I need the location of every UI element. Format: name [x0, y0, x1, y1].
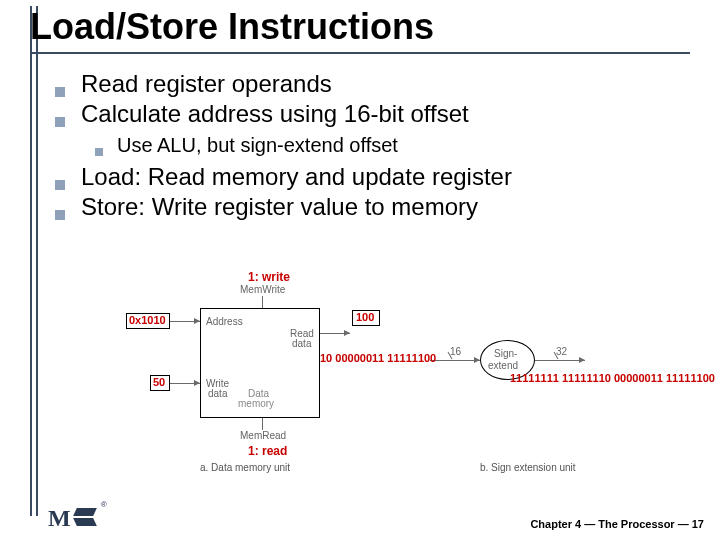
- arrow-icon: [474, 357, 480, 363]
- bullet-text: Load: Read memory and update register: [81, 163, 512, 191]
- slide-title: Load/Store Instructions: [30, 6, 690, 50]
- publisher-logo: M ®: [48, 506, 107, 530]
- bullet-text: Use ALU, but sign-extend offset: [117, 134, 398, 157]
- arrow-icon: [344, 330, 350, 336]
- wire: [262, 296, 263, 308]
- bullet-icon: [95, 148, 103, 156]
- binary-out: 11111111 11111110 00000011 11111100: [510, 372, 715, 384]
- binary-in: 10 00000011 11111100: [320, 352, 436, 364]
- width-16: 16: [450, 346, 461, 357]
- sign-ext-lbl1: Sign-: [494, 348, 517, 359]
- bullet-icon: [55, 210, 65, 220]
- bullet-icon: [55, 87, 65, 97]
- memread-port: MemRead: [240, 430, 286, 441]
- arrow-icon: [579, 357, 585, 363]
- caption-a: a. Data memory unit: [200, 462, 290, 473]
- registered-icon: ®: [101, 500, 107, 509]
- bullet-text: Calculate address using 16-bit offset: [81, 100, 469, 128]
- arrow-icon: [194, 380, 200, 386]
- arrow-icon: [194, 318, 200, 324]
- datamem-lbl2: memory: [238, 398, 274, 409]
- rdata-value: 100: [356, 311, 374, 323]
- bullet-content: Read register operands Calculate address…: [55, 70, 705, 223]
- readdata-port2: data: [292, 338, 311, 349]
- bullet-text: Read register operands: [81, 70, 332, 98]
- memwrite-port: MemWrite: [240, 284, 285, 295]
- diagram-area: 1: write MemWrite Address Read data Writ…: [80, 270, 700, 490]
- sign-ext-lbl2: extend: [488, 360, 518, 371]
- width-32: 32: [556, 346, 567, 357]
- slide-footer: Chapter 4 — The Processor — 17: [530, 518, 704, 530]
- bullet-icon: [55, 117, 65, 127]
- rule-horizontal: [30, 52, 690, 54]
- address-port: Address: [206, 316, 243, 327]
- bullet-2: Calculate address using 16-bit offset: [55, 100, 705, 128]
- read-label: 1: read: [248, 444, 287, 458]
- bullet-icon: [55, 180, 65, 190]
- bullet-4: Store: Write register value to memory: [55, 193, 705, 221]
- title-block: Load/Store Instructions: [30, 6, 690, 54]
- bullet-text: Store: Write register value to memory: [81, 193, 478, 221]
- subbullet-2a: Use ALU, but sign-extend offset: [95, 134, 705, 157]
- wire: [430, 360, 480, 361]
- logo-m-icon: M: [48, 506, 71, 530]
- logo-k-icon: [75, 506, 97, 528]
- wire: [535, 360, 585, 361]
- addr-value: 0x1010: [129, 314, 166, 326]
- rule-vertical-2: [36, 6, 38, 516]
- write-label: 1: write: [248, 270, 290, 284]
- wire: [262, 418, 263, 430]
- bullet-3: Load: Read memory and update register: [55, 163, 705, 191]
- rule-vertical-1: [30, 6, 32, 516]
- wdata-value: 50: [153, 376, 165, 388]
- writedata-port2: data: [208, 388, 227, 399]
- caption-b: b. Sign extension unit: [480, 462, 576, 473]
- bullet-1: Read register operands: [55, 70, 705, 98]
